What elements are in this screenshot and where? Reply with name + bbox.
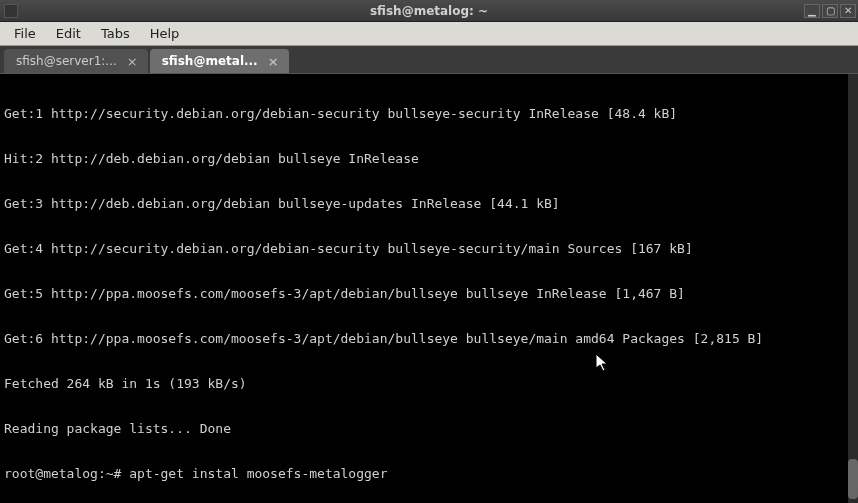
terminal-line: Reading package lists... Done xyxy=(4,421,854,436)
close-button[interactable]: ✕ xyxy=(840,4,856,18)
maximize-button[interactable]: ▢ xyxy=(822,4,838,18)
terminal-line: Fetched 264 kB in 1s (193 kB/s) xyxy=(4,376,854,391)
scrollbar-thumb[interactable] xyxy=(848,459,858,499)
menu-tabs[interactable]: Tabs xyxy=(91,23,140,44)
terminal-line: Hit:2 http://deb.debian.org/debian bulls… xyxy=(4,151,854,166)
mouse-cursor-icon xyxy=(596,354,612,374)
tabbar: sfish@server1:... × sfish@metal... × xyxy=(0,46,858,74)
close-icon[interactable]: × xyxy=(127,54,138,69)
window-controls: ▁ ▢ ✕ xyxy=(804,4,856,18)
tab-metalog[interactable]: sfish@metal... × xyxy=(150,49,289,73)
window-title: sfish@metalog: ~ xyxy=(370,4,488,18)
minimize-button[interactable]: ▁ xyxy=(804,4,820,18)
terminal-output[interactable]: Get:1 http://security.debian.org/debian-… xyxy=(0,74,858,503)
menu-file[interactable]: File xyxy=(4,23,46,44)
menubar: File Edit Tabs Help xyxy=(0,22,858,46)
close-icon[interactable]: × xyxy=(268,54,279,69)
terminal-line: Get:1 http://security.debian.org/debian-… xyxy=(4,106,854,121)
terminal-prompt-line: root@metalog:~# apt-get instal moosefs-m… xyxy=(4,466,854,481)
scrollbar[interactable] xyxy=(848,74,858,503)
tab-label: sfish@metal... xyxy=(162,54,258,68)
window-titlebar: sfish@metalog: ~ ▁ ▢ ✕ xyxy=(0,0,858,22)
terminal-line: Get:5 http://ppa.moosefs.com/moosefs-3/a… xyxy=(4,286,854,301)
tab-server1[interactable]: sfish@server1:... × xyxy=(4,49,148,73)
terminal-line: Get:6 http://ppa.moosefs.com/moosefs-3/a… xyxy=(4,331,854,346)
tab-label: sfish@server1:... xyxy=(16,54,117,68)
menu-help[interactable]: Help xyxy=(140,23,190,44)
terminal-line: Get:3 http://deb.debian.org/debian bulls… xyxy=(4,196,854,211)
terminal-line: Get:4 http://security.debian.org/debian-… xyxy=(4,241,854,256)
window-app-icon xyxy=(4,4,18,18)
menu-edit[interactable]: Edit xyxy=(46,23,91,44)
